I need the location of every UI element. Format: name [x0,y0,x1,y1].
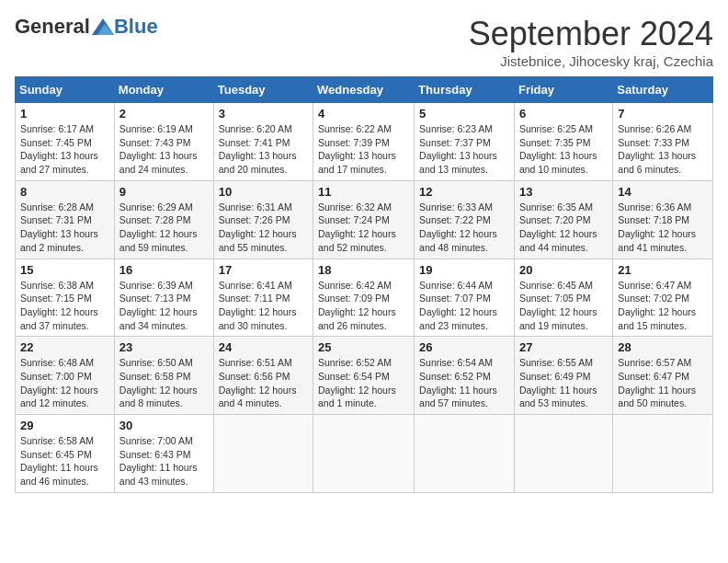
table-row: 3Sunrise: 6:20 AMSunset: 7:41 PMDaylight… [213,103,313,181]
table-row: 20Sunrise: 6:45 AMSunset: 7:05 PMDayligh… [514,259,612,337]
header-saturday: Saturday [613,77,713,103]
logo-icon [92,18,114,35]
title-block: September 2024 Jistebnice, Jihocesky kra… [469,15,713,69]
day-info: Sunrise: 6:32 AMSunset: 7:24 PMDaylight:… [318,201,409,255]
calendar-subtitle: Jistebnice, Jihocesky kraj, Czechia [469,53,713,69]
day-info: Sunrise: 6:45 AMSunset: 7:05 PMDaylight:… [519,279,608,333]
day-info: Sunrise: 6:51 AMSunset: 6:56 PMDaylight:… [219,356,308,410]
header-wednesday: Wednesday [313,77,415,103]
table-row: 27Sunrise: 6:55 AMSunset: 6:49 PMDayligh… [514,337,612,415]
day-number: 22 [20,340,109,354]
day-info: Sunrise: 6:22 AMSunset: 7:39 PMDaylight:… [318,122,409,177]
header-tuesday: Tuesday [213,77,313,103]
table-row [415,415,515,493]
day-number: 11 [318,185,409,199]
calendar-row: 8Sunrise: 6:28 AMSunset: 7:31 PMDaylight… [16,180,713,259]
day-info: Sunrise: 6:28 AMSunset: 7:31 PMDaylight:… [20,201,109,255]
day-info: Sunrise: 6:39 AMSunset: 7:13 PMDaylight:… [119,279,209,333]
day-number: 3 [219,107,308,121]
day-number: 28 [618,340,708,354]
day-info: Sunrise: 6:31 AMSunset: 7:26 PMDaylight:… [219,201,308,255]
day-number: 6 [519,107,608,121]
day-number: 24 [219,340,308,354]
day-info: Sunrise: 6:19 AMSunset: 7:43 PMDaylight:… [119,122,209,177]
day-info: Sunrise: 6:29 AMSunset: 7:28 PMDaylight:… [119,201,209,255]
day-number: 8 [20,185,109,199]
table-row [514,415,612,493]
table-row: 28Sunrise: 6:57 AMSunset: 6:47 PMDayligh… [613,337,713,415]
day-info: Sunrise: 6:41 AMSunset: 7:11 PMDaylight:… [219,279,308,333]
table-row: 7Sunrise: 6:26 AMSunset: 7:33 PMDaylight… [613,103,713,181]
header-monday: Monday [114,77,213,103]
day-info: Sunrise: 6:36 AMSunset: 7:18 PMDaylight:… [618,201,708,255]
table-row: 21Sunrise: 6:47 AMSunset: 7:02 PMDayligh… [613,259,713,337]
table-row: 30Sunrise: 7:00 AMSunset: 6:43 PMDayligh… [114,415,213,493]
day-info: Sunrise: 6:42 AMSunset: 7:09 PMDaylight:… [318,279,409,333]
header-sunday: Sunday [16,77,115,103]
day-info: Sunrise: 6:58 AMSunset: 6:45 PMDaylight:… [20,434,109,488]
table-row: 6Sunrise: 6:25 AMSunset: 7:35 PMDaylight… [514,103,612,181]
table-row: 5Sunrise: 6:23 AMSunset: 7:37 PMDaylight… [415,103,515,181]
day-number: 26 [419,340,509,354]
table-row: 19Sunrise: 6:44 AMSunset: 7:07 PMDayligh… [415,259,515,337]
day-number: 9 [119,185,209,199]
table-row: 12Sunrise: 6:33 AMSunset: 7:22 PMDayligh… [415,180,515,259]
day-info: Sunrise: 7:00 AMSunset: 6:43 PMDaylight:… [119,434,209,488]
day-info: Sunrise: 6:26 AMSunset: 7:33 PMDaylight:… [618,122,708,177]
table-row: 15Sunrise: 6:38 AMSunset: 7:15 PMDayligh… [16,259,115,337]
day-info: Sunrise: 6:47 AMSunset: 7:02 PMDaylight:… [618,279,708,333]
day-number: 5 [419,107,509,121]
day-info: Sunrise: 6:57 AMSunset: 6:47 PMDaylight:… [618,356,708,410]
calendar-body: 1Sunrise: 6:17 AMSunset: 7:45 PMDaylight… [16,103,713,493]
logo-blue: Blue [114,15,158,39]
day-info: Sunrise: 6:25 AMSunset: 7:35 PMDaylight:… [519,122,608,177]
calendar-table: Sunday Monday Tuesday Wednesday Thursday… [15,76,713,493]
calendar-row: 29Sunrise: 6:58 AMSunset: 6:45 PMDayligh… [16,415,713,493]
day-info: Sunrise: 6:17 AMSunset: 7:45 PMDaylight:… [20,122,109,177]
day-number: 29 [20,419,109,432]
table-row [213,415,313,493]
table-row: 13Sunrise: 6:35 AMSunset: 7:20 PMDayligh… [514,180,612,259]
table-row [613,415,713,493]
table-row: 14Sunrise: 6:36 AMSunset: 7:18 PMDayligh… [613,180,713,259]
day-number: 1 [20,107,109,121]
day-number: 23 [119,340,209,354]
day-number: 19 [419,263,509,277]
day-info: Sunrise: 6:44 AMSunset: 7:07 PMDaylight:… [419,279,509,333]
calendar-row: 22Sunrise: 6:48 AMSunset: 7:00 PMDayligh… [16,337,713,415]
day-number: 27 [519,340,608,354]
table-row: 9Sunrise: 6:29 AMSunset: 7:28 PMDaylight… [114,180,213,259]
table-row: 17Sunrise: 6:41 AMSunset: 7:11 PMDayligh… [213,259,313,337]
day-number: 2 [119,107,209,121]
day-number: 14 [618,185,708,199]
table-row: 22Sunrise: 6:48 AMSunset: 7:00 PMDayligh… [16,337,115,415]
table-row: 8Sunrise: 6:28 AMSunset: 7:31 PMDaylight… [16,180,115,259]
day-number: 25 [318,340,409,354]
day-number: 21 [618,263,708,277]
table-row: 1Sunrise: 6:17 AMSunset: 7:45 PMDaylight… [16,103,115,181]
day-info: Sunrise: 6:33 AMSunset: 7:22 PMDaylight:… [419,201,509,255]
day-info: Sunrise: 6:20 AMSunset: 7:41 PMDaylight:… [219,122,308,177]
day-info: Sunrise: 6:23 AMSunset: 7:37 PMDaylight:… [419,122,509,177]
day-info: Sunrise: 6:55 AMSunset: 6:49 PMDaylight:… [519,356,608,410]
table-row: 11Sunrise: 6:32 AMSunset: 7:24 PMDayligh… [313,180,415,259]
day-number: 12 [419,185,509,199]
header-friday: Friday [514,77,612,103]
logo-general: General [15,15,90,39]
day-info: Sunrise: 6:50 AMSunset: 6:58 PMDaylight:… [119,356,209,410]
table-row: 16Sunrise: 6:39 AMSunset: 7:13 PMDayligh… [114,259,213,337]
logo: General Blue [15,15,158,39]
day-number: 30 [119,419,209,432]
table-row: 18Sunrise: 6:42 AMSunset: 7:09 PMDayligh… [313,259,415,337]
header-thursday: Thursday [415,77,515,103]
table-row: 24Sunrise: 6:51 AMSunset: 6:56 PMDayligh… [213,337,313,415]
page-header: General Blue September 2024 Jistebnice, … [15,15,713,69]
calendar-title: September 2024 [469,15,713,53]
day-info: Sunrise: 6:52 AMSunset: 6:54 PMDaylight:… [318,356,409,410]
day-number: 15 [20,263,109,277]
calendar-row: 1Sunrise: 6:17 AMSunset: 7:45 PMDaylight… [16,103,713,181]
table-row: 4Sunrise: 6:22 AMSunset: 7:39 PMDaylight… [313,103,415,181]
day-info: Sunrise: 6:35 AMSunset: 7:20 PMDaylight:… [519,201,608,255]
table-row: 29Sunrise: 6:58 AMSunset: 6:45 PMDayligh… [16,415,115,493]
table-row: 25Sunrise: 6:52 AMSunset: 6:54 PMDayligh… [313,337,415,415]
